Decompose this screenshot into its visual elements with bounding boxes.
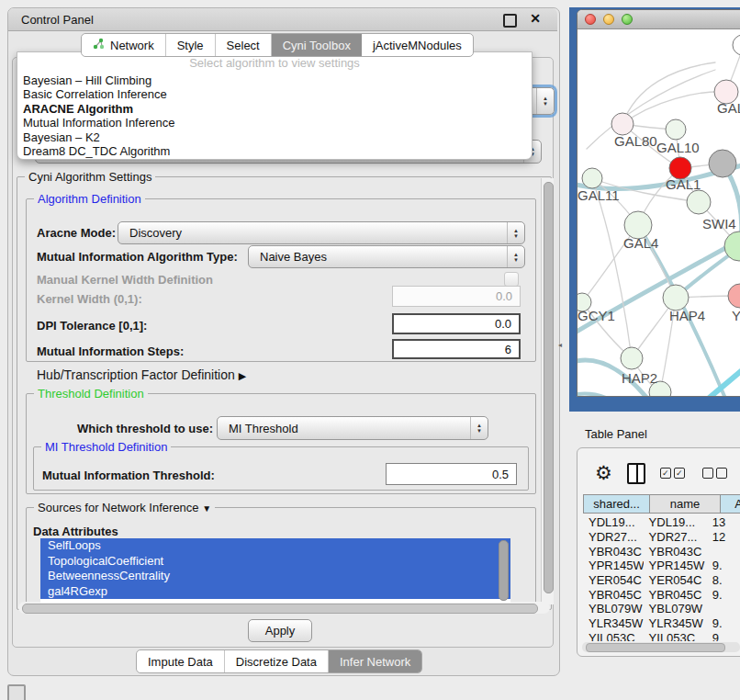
combo-stepper-icon bbox=[507, 222, 524, 243]
kernel-width-field[interactable]: 0.0 bbox=[392, 286, 521, 307]
network-node-label: GAL80 bbox=[614, 133, 657, 149]
table-row[interactable]: YDL19...YDL19...13 bbox=[583, 515, 740, 530]
mi-threshold-field[interactable]: 0.5 bbox=[386, 463, 517, 485]
tab-network[interactable]: Network bbox=[82, 34, 166, 56]
control-panel-tab-bar: Network Style Select Cyni Toolbox jActiv… bbox=[81, 33, 474, 57]
network-node-label: GAL1 bbox=[666, 176, 701, 192]
tab-select[interactable]: Select bbox=[216, 34, 272, 56]
hub-definition-expander[interactable]: Hub/Transcription Factor Definition ▶ bbox=[37, 367, 246, 382]
network-node[interactable] bbox=[687, 190, 711, 214]
network-edge[interactable] bbox=[577, 394, 634, 397]
network-node[interactable] bbox=[611, 113, 633, 135]
minimize-window-icon[interactable] bbox=[603, 14, 614, 25]
manual-kernel-label: Manual Kernel Width Definition bbox=[37, 273, 213, 287]
mi-steps-field[interactable]: 6 bbox=[392, 339, 521, 359]
data-attributes-list[interactable]: SelfLoopsTopologicalCoefficientBetweenne… bbox=[40, 538, 510, 603]
manual-kernel-checkbox[interactable] bbox=[504, 272, 519, 287]
tab-cyni-toolbox[interactable]: Cyni Toolbox bbox=[272, 34, 362, 56]
float-window-icon[interactable] bbox=[503, 14, 517, 28]
network-node-label: GAL4 bbox=[623, 235, 658, 251]
algorithm-option[interactable]: Dream8 DC_TDC Algorithm bbox=[21, 144, 528, 158]
network-node-label: GAL10 bbox=[656, 140, 700, 155]
network-node[interactable] bbox=[728, 284, 740, 308]
tab-discretize-data[interactable]: Discretize Data bbox=[225, 650, 329, 672]
settings-group-title: Cyni Algorithm Settings bbox=[25, 170, 155, 184]
table-row[interactable]: YPR145WYPR145W9. bbox=[583, 559, 740, 573]
algorithm-options-list: Bayesian – Hill ClimbingBasic Correlatio… bbox=[21, 73, 528, 158]
table-panel-toolbar: ⚙ bbox=[577, 457, 740, 489]
dpi-tolerance-label: DPI Tolerance [0,1]: bbox=[37, 319, 147, 333]
table-row[interactable]: YIL053CYIL053C9 bbox=[583, 631, 740, 642]
table-row[interactable]: YER054CYER054C8. bbox=[583, 573, 740, 588]
tab-style[interactable]: Style bbox=[166, 34, 216, 56]
network-node-label: Y bbox=[732, 308, 740, 323]
algorithm-option[interactable]: Mutual Information Inference bbox=[21, 116, 528, 130]
mi-type-combobox[interactable]: Naive Bayes bbox=[248, 245, 525, 268]
close-icon[interactable]: ✕ bbox=[530, 11, 541, 26]
combo-stepper-icon bbox=[470, 417, 488, 439]
mi-steps-label: Mutual Information Steps: bbox=[37, 344, 184, 358]
network-node[interactable] bbox=[733, 35, 740, 55]
combo-stepper-icon bbox=[507, 246, 524, 267]
expand-right-icon: ▶ bbox=[239, 370, 246, 381]
bottom-tab-bar: Impute Data Discretize Data Infer Networ… bbox=[136, 649, 422, 673]
data-attributes-label: Data Attributes bbox=[33, 525, 118, 538]
select-all-icon[interactable] bbox=[660, 468, 688, 479]
control-panel-titlebar: Control Panel ✕ bbox=[8, 8, 557, 31]
column-header-third[interactable]: A bbox=[721, 494, 740, 514]
algorithm-option[interactable]: Bayesian – Hill Climbing bbox=[21, 73, 528, 87]
which-threshold-label: Which threshold to use: bbox=[77, 422, 213, 435]
table-row[interactable]: YBL079WYBL079W bbox=[583, 602, 740, 616]
apply-button[interactable]: Apply bbox=[248, 619, 312, 642]
mi-threshold-label: Mutual Information Threshold: bbox=[42, 469, 215, 482]
network-node[interactable] bbox=[621, 347, 643, 369]
gear-icon[interactable]: ⚙ bbox=[595, 462, 612, 484]
table-row[interactable]: YBR043CYBR043C bbox=[583, 544, 740, 559]
attribute-list-item[interactable]: BetweennessCentrality bbox=[40, 569, 510, 584]
control-panel-title: Control Panel bbox=[21, 13, 94, 27]
column-header-shared-name[interactable]: shared... bbox=[583, 494, 650, 514]
algorithm-option[interactable]: Bayesian – K2 bbox=[21, 130, 528, 144]
list-scrollbar[interactable] bbox=[499, 540, 509, 601]
algorithm-option[interactable]: ARACNE Algorithm bbox=[21, 102, 528, 116]
aracne-mode-combobox[interactable]: Discovery bbox=[118, 221, 525, 244]
network-node[interactable] bbox=[663, 285, 689, 310]
network-node-label: GAL11 bbox=[577, 187, 620, 203]
attribute-list-item[interactable]: gal4RGexp bbox=[40, 584, 510, 600]
table-header-row: shared... name A bbox=[583, 494, 740, 514]
dock-panel-icon[interactable] bbox=[7, 684, 26, 700]
network-node[interactable] bbox=[582, 168, 602, 188]
sources-group-title[interactable]: Sources for Network Inference ▼ bbox=[34, 501, 215, 514]
table-horizontal-scrollbar[interactable] bbox=[582, 642, 740, 652]
attribute-list-item[interactable]: TopologicalCoefficient bbox=[40, 554, 510, 570]
settings-horizontal-scrollbar[interactable] bbox=[18, 602, 550, 614]
close-window-icon[interactable] bbox=[585, 14, 596, 25]
algorithm-dropdown-popup: Select algorithm to view settings Bayesi… bbox=[17, 51, 533, 160]
network-edge[interactable] bbox=[592, 178, 632, 358]
network-node[interactable] bbox=[666, 119, 686, 140]
network-canvas[interactable]: GALGAL80GAL10GAL1GAL11SWI4GAL4GCY1HAP4YH… bbox=[577, 29, 740, 397]
table-row[interactable]: YBR045CYBR045C9. bbox=[583, 587, 740, 602]
attribute-list-item[interactable]: SelfLoops bbox=[40, 538, 510, 554]
tab-infer-network[interactable]: Infer Network bbox=[329, 650, 421, 672]
combo-stepper-icon bbox=[536, 88, 554, 114]
splitter-handle-icon[interactable]: ◂ bbox=[558, 341, 562, 349]
table-row[interactable]: YLR345WYLR345W9. bbox=[583, 616, 740, 631]
dropdown-prompt: Select algorithm to view settings bbox=[17, 56, 532, 70]
table-body[interactable]: YDL19...YDL19...13YDR27...YDR27...12YBR0… bbox=[583, 515, 740, 641]
table-panel-title: Table Panel bbox=[585, 427, 647, 441]
table-row[interactable]: YDR27...YDR27...12 bbox=[583, 530, 740, 545]
network-node-label: GCY1 bbox=[577, 308, 615, 323]
settings-vertical-scrollbar[interactable] bbox=[541, 178, 554, 604]
dpi-tolerance-field[interactable]: 0.0 bbox=[392, 313, 521, 334]
aracne-mode-label: Aracne Mode: bbox=[37, 226, 116, 240]
column-layout-icon[interactable] bbox=[627, 463, 645, 484]
column-header-name[interactable]: name bbox=[650, 494, 721, 514]
tab-impute-data[interactable]: Impute Data bbox=[137, 650, 225, 672]
threshold-combobox[interactable]: MI Threshold bbox=[217, 416, 488, 440]
deselect-all-icon[interactable] bbox=[702, 468, 730, 479]
network-node[interactable] bbox=[709, 150, 736, 177]
tab-jactivemnodules[interactable]: jActiveMNodules bbox=[362, 34, 473, 56]
zoom-window-icon[interactable] bbox=[622, 14, 633, 25]
algorithm-option[interactable]: Basic Correlation Inference bbox=[21, 87, 528, 101]
